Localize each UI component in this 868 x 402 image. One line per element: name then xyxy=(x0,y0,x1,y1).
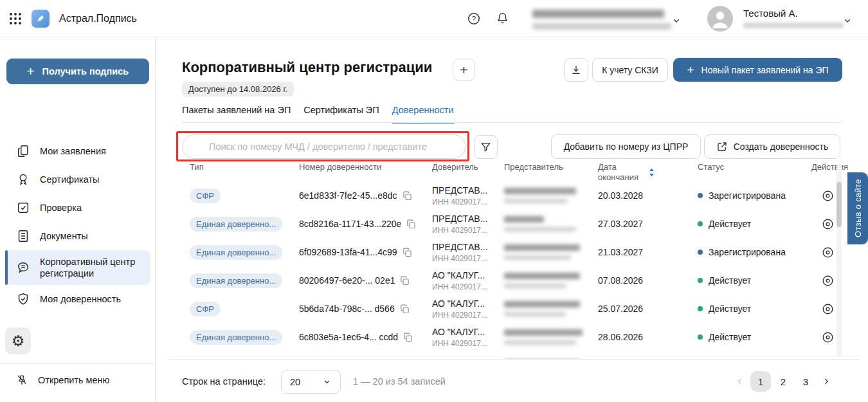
add-center-button[interactable]: + xyxy=(453,59,475,81)
tab-packages[interactable]: Пакеты заявлений на ЭП xyxy=(182,105,291,123)
representative-name-redacted xyxy=(504,216,544,223)
end-date: 27.03.2027 xyxy=(598,219,698,229)
col-number: Номер доверенности xyxy=(299,162,432,172)
table-row[interactable]: Единая доверенно... 6f092689-13fa-41...4… xyxy=(182,238,841,266)
col-end-date[interactable]: Дата окончания xyxy=(598,162,698,182)
representative-name-redacted xyxy=(504,329,583,336)
tab-powers-of-attorney[interactable]: Доверенности xyxy=(392,105,454,123)
tab-certificates[interactable]: Сертификаты ЭП xyxy=(303,105,379,123)
table-row[interactable]: Единая доверенно... 80206497-6e20-... 02… xyxy=(182,266,841,295)
sidebar-item-my-power-of-attorney[interactable]: Моя доверенность xyxy=(5,285,150,313)
user-avatar[interactable] xyxy=(707,6,733,32)
sort-arrows-icon[interactable] xyxy=(649,168,655,177)
table-scrollbar-track xyxy=(836,164,842,357)
rows-per-page-select[interactable]: 20 xyxy=(281,370,341,394)
documents-copy-icon xyxy=(16,144,30,158)
table-scrollbar-thumb[interactable] xyxy=(836,182,842,227)
copy-icon[interactable] xyxy=(406,219,417,230)
poa-number: 6f092689-13fa-41...4c99 xyxy=(299,247,397,257)
site-feedback-tab[interactable]: Отзыв о сайте xyxy=(847,172,868,244)
view-eye-icon[interactable] xyxy=(821,274,835,288)
type-badge: Единая доверенно... xyxy=(190,273,282,288)
view-eye-icon[interactable] xyxy=(821,331,835,344)
table-row[interactable]: СФР 6e1d833f-7fe2-45...e8dc ПРЕДСТАВ... … xyxy=(182,181,841,210)
award-icon xyxy=(16,172,30,187)
col-representative: Представитель xyxy=(504,162,598,172)
filter-button[interactable] xyxy=(474,135,498,159)
app-title: Астрал.Подпись xyxy=(59,13,137,24)
copy-icon[interactable] xyxy=(399,275,410,286)
page-button-2[interactable]: 2 xyxy=(773,371,793,392)
next-page-icon[interactable] xyxy=(818,371,835,392)
copy-icon[interactable] xyxy=(402,247,413,258)
status-cell: Зарегистрирована xyxy=(698,247,811,257)
skzi-button[interactable]: К учету СКЗИ xyxy=(592,58,668,82)
status-label: Действует xyxy=(709,332,751,342)
representative-name-redacted xyxy=(504,301,580,307)
unpin-menu-button[interactable]: Открепить меню xyxy=(15,374,109,387)
copy-icon[interactable] xyxy=(399,304,410,315)
representative-inn-redacted xyxy=(504,227,576,232)
sidebar-item-documents[interactable]: Документы xyxy=(5,222,150,250)
new-package-button[interactable]: + Новый пакет заявлений на ЭП xyxy=(673,58,842,82)
sidebar-item-corporate-registration-center[interactable]: Корпоративный центр регистрации xyxy=(5,250,150,285)
pin-off-icon xyxy=(15,374,28,387)
page-button-1[interactable]: 1 xyxy=(750,371,771,392)
representative-inn-redacted xyxy=(504,199,567,203)
status-dot xyxy=(698,278,703,283)
download-button[interactable] xyxy=(564,58,588,82)
representative-inn-redacted xyxy=(504,312,566,316)
type-badge: Единая доверенно... xyxy=(190,330,282,345)
company-chevron-down-icon[interactable] xyxy=(671,15,682,26)
status-label: Действует xyxy=(709,304,751,314)
type-badge: Единая доверенно... xyxy=(190,217,282,232)
copy-icon[interactable] xyxy=(402,332,413,343)
sidebar-item-verification[interactable]: Проверка xyxy=(5,194,150,222)
plus-icon: + xyxy=(687,63,694,77)
user-chevron-down-icon[interactable] xyxy=(842,15,853,26)
top-bar: Астрал.Подпись ? Тестовый А. xyxy=(0,0,868,37)
table-row[interactable]: АО "КАЛУГ... xyxy=(182,351,841,359)
tabs-divider xyxy=(182,122,841,123)
apps-grid-icon[interactable] xyxy=(9,12,22,25)
principal-inn: ИНН 4029017... xyxy=(432,311,504,320)
poa-table: Тип Номер доверенности Доверитель Предст… xyxy=(182,162,841,359)
add-by-cprr-button[interactable]: Добавить по номеру из ЦПРР xyxy=(551,134,701,159)
view-eye-icon[interactable] xyxy=(821,302,835,316)
end-date: 25.07.2026 xyxy=(598,304,698,314)
table-row[interactable]: СФР 5b6da74b-798c-... d566 АО "КАЛУГ... … xyxy=(182,295,841,323)
page-button-3[interactable]: 3 xyxy=(795,371,816,392)
sidebar-item-certificates[interactable]: Сертификаты xyxy=(5,165,150,194)
table-row[interactable]: Единая доверенно... 6c803e5a-1ec6-4... c… xyxy=(182,323,841,351)
notifications-bell-icon[interactable] xyxy=(496,12,509,25)
principal-name: ПРЕДСТАВ... xyxy=(432,185,504,196)
status-dot xyxy=(698,250,703,255)
col-status: Статус xyxy=(698,162,811,172)
view-eye-icon[interactable] xyxy=(821,217,835,231)
representative-inn-redacted xyxy=(504,255,571,260)
status-cell: Действует xyxy=(698,304,811,314)
table-row[interactable]: Единая доверенно... 8cd8216a-1171-43...2… xyxy=(182,210,841,238)
prev-page-icon[interactable] xyxy=(732,371,748,392)
principal-inn: ИНН 4029017... xyxy=(432,197,504,206)
status-cell: Действует xyxy=(698,219,811,229)
sidebar-item-my-applications[interactable]: Мои заявления xyxy=(5,137,150,165)
get-signature-button[interactable]: + Получить подпись xyxy=(6,59,149,84)
type-badge: Единая доверенно... xyxy=(190,245,282,260)
copy-icon[interactable] xyxy=(402,190,413,201)
status-dot xyxy=(698,193,703,198)
status-label: Зарегистрирована xyxy=(709,190,786,201)
help-icon[interactable]: ? xyxy=(467,12,481,26)
type-badge: СФР xyxy=(190,302,221,316)
search-input[interactable] xyxy=(182,134,466,159)
create-poa-button[interactable]: Создать доверенность xyxy=(704,134,840,159)
user-name: Тестовый А. xyxy=(743,8,798,19)
view-eye-icon[interactable] xyxy=(821,246,835,259)
table-header-row: Тип Номер доверенности Доверитель Предст… xyxy=(182,162,841,181)
download-icon xyxy=(570,64,582,76)
settings-gear-icon[interactable]: ⚙ xyxy=(5,327,31,354)
principal-name: ПРЕДСТАВ... xyxy=(432,242,504,252)
status-cell: Зарегистрирована xyxy=(698,190,811,201)
company-name-redacted[interactable] xyxy=(532,10,671,30)
view-eye-icon[interactable] xyxy=(821,189,835,203)
